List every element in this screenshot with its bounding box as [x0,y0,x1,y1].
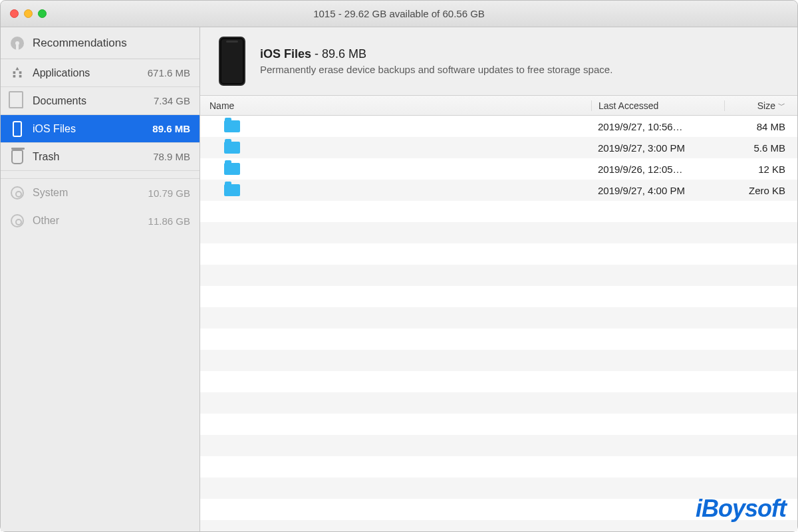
sidebar-item-applications[interactable]: Applications 671.6 MB [1,59,200,87]
folder-icon [224,163,240,175]
main-panel: iOS Files - 89.6 MB Permanently erase de… [200,27,797,531]
sidebar-item-label: Trash [33,151,59,163]
sidebar-item-label: Documents [33,95,86,107]
sidebar-item-recommendations[interactable]: Recommendations [1,27,200,59]
cell-last-accessed: 2019/9/27, 4:00 PM [591,185,724,196]
titlebar: 1015 - 29.62 GB available of 60.56 GB [1,1,797,27]
sidebar-item-trash[interactable]: Trash 78.9 MB [1,143,200,171]
table-row[interactable]: 2019/9/27, 3:00 PM 5.6 MB [200,137,797,158]
disc-icon [10,213,25,228]
column-headers: Name Last Accessed Size﹀ [200,96,797,116]
sidebar: Recommendations Applications 671.6 MB Do… [1,27,200,531]
sidebar-item-size: 89.6 MB [152,123,190,134]
bulb-icon [10,36,25,51]
sidebar-item-label: Other [33,215,59,227]
window-title: 1015 - 29.62 GB available of 60.56 GB [1,8,797,19]
storage-management-window: 1015 - 29.62 GB available of 60.56 GB Re… [0,0,798,532]
folder-icon [224,184,240,196]
sidebar-item-size: 10.79 GB [148,188,190,199]
applications-icon [10,66,25,80]
sidebar-item-size: 7.34 GB [154,95,190,106]
cell-size: 5.6 MB [724,142,797,154]
sidebar-divider [1,171,200,179]
table-row[interactable]: 2019/9/26, 12:05… 12 KB [200,158,797,180]
sidebar-item-label: Recommendations [33,37,127,50]
folder-icon [224,120,240,132]
detail-description: Permanently erase device backups and sof… [260,64,612,75]
cell-last-accessed: 2019/9/26, 12:05… [591,164,724,175]
cell-last-accessed: 2019/9/27, 3:00 PM [591,142,724,154]
sidebar-item-documents[interactable]: Documents 7.34 GB [1,87,200,115]
chevron-down-icon: ﹀ [778,100,785,110]
sidebar-item-size: 11.86 GB [148,215,190,227]
documents-icon [10,94,25,108]
cell-last-accessed: 2019/9/27, 10:56… [591,121,724,132]
table-row[interactable]: 2019/9/27, 4:00 PM Zero KB [200,180,797,201]
column-header-last-accessed[interactable]: Last Accessed [591,100,724,111]
watermark-logo: iBoysoft [696,495,786,523]
detail-title: iOS Files - 89.6 MB [260,47,612,61]
sidebar-item-ios-files[interactable]: iOS Files 89.6 MB [1,115,200,143]
iphone-icon [219,37,245,86]
disc-icon [10,186,25,200]
trash-icon [10,150,25,164]
sidebar-item-system: System 10.79 GB [1,179,200,207]
phone-icon [10,122,25,136]
sidebar-item-other: Other 11.86 GB [1,207,200,235]
cell-size: 12 KB [724,164,797,175]
table-row[interactable]: 2019/9/27, 10:56… 84 MB [200,116,797,137]
folder-icon [224,142,240,154]
cell-size: 84 MB [724,121,797,132]
sidebar-item-label: System [33,187,68,199]
column-header-size[interactable]: Size﹀ [724,100,797,111]
file-list: 2019/9/27, 10:56… 84 MB 2019/9/27, 3:00 … [200,116,797,531]
sidebar-item-size: 671.6 MB [148,67,190,78]
sidebar-item-label: iOS Files [33,123,76,135]
sidebar-item-size: 78.9 MB [153,151,190,162]
sidebar-item-label: Applications [33,67,90,79]
cell-size: Zero KB [724,185,797,196]
detail-header: iOS Files - 89.6 MB Permanently erase de… [200,27,797,96]
column-header-name[interactable]: Name [200,100,591,111]
